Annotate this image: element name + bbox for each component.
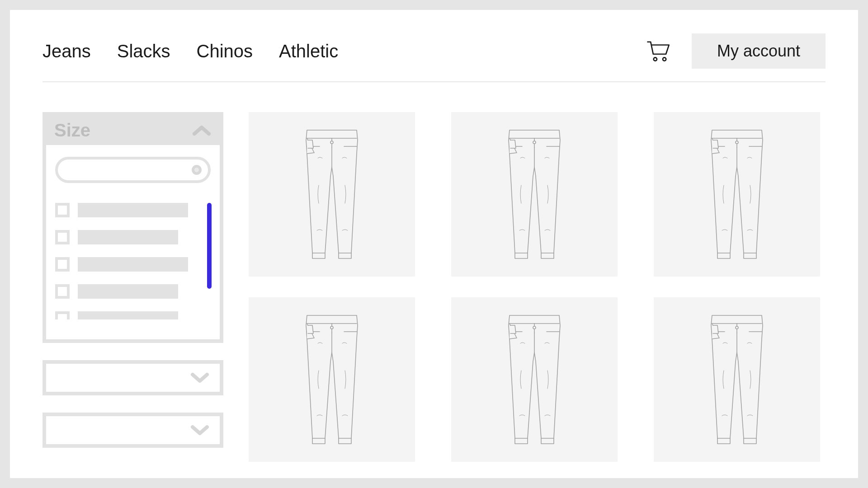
svg-point-1 (663, 57, 666, 61)
size-option-1[interactable] (55, 203, 211, 217)
collapsed-filter-2[interactable] (42, 413, 223, 448)
svg-point-2 (330, 141, 333, 144)
site-header: Jeans Slacks Chinos Athletic My account (42, 10, 826, 82)
product-card[interactable] (654, 297, 820, 462)
my-account-button[interactable]: My account (692, 33, 826, 69)
nav-chinos[interactable]: Chinos (197, 41, 253, 61)
svg-point-0 (654, 57, 657, 61)
nav-slacks[interactable]: Slacks (117, 41, 170, 61)
svg-point-3 (533, 141, 536, 144)
option-label-placeholder (78, 230, 178, 244)
size-option-4[interactable] (55, 284, 211, 299)
option-label-placeholder (78, 284, 178, 299)
chevron-down-icon (190, 423, 210, 437)
main-content: Size (42, 82, 826, 465)
svg-point-4 (736, 141, 738, 144)
scrollbar-thumb[interactable] (207, 203, 212, 289)
nav-athletic[interactable]: Athletic (279, 41, 338, 61)
size-filter-title: Size (54, 120, 90, 141)
svg-point-7 (736, 326, 738, 329)
size-filter-body (46, 145, 220, 339)
checkbox-icon[interactable] (55, 311, 70, 319)
checkbox-icon[interactable] (55, 257, 70, 272)
collapsed-filter-1[interactable] (42, 360, 223, 395)
product-card[interactable] (249, 297, 415, 462)
size-filter-panel: Size (42, 112, 223, 343)
size-search-input[interactable] (55, 157, 211, 183)
search-icon (192, 165, 202, 175)
checkbox-icon[interactable] (55, 203, 70, 217)
page-container: Jeans Slacks Chinos Athletic My account … (10, 10, 858, 478)
option-label-placeholder (78, 311, 178, 319)
checkbox-icon[interactable] (55, 230, 70, 244)
product-card[interactable] (654, 112, 820, 277)
product-card[interactable] (451, 112, 618, 277)
size-filter-header[interactable]: Size (46, 116, 220, 145)
chevron-down-icon (190, 371, 210, 385)
product-grid (249, 112, 820, 465)
svg-point-5 (330, 326, 333, 329)
filter-sidebar: Size (42, 112, 223, 465)
size-option-3[interactable] (55, 257, 211, 272)
option-label-placeholder (78, 203, 188, 217)
size-option-2[interactable] (55, 230, 211, 244)
header-actions: My account (646, 33, 826, 69)
checkbox-icon[interactable] (55, 284, 70, 299)
nav-jeans[interactable]: Jeans (42, 41, 91, 61)
size-option-5[interactable] (55, 311, 211, 319)
chevron-up-icon (192, 124, 212, 137)
option-label-placeholder (78, 257, 188, 272)
svg-point-6 (533, 326, 536, 329)
cart-icon[interactable] (646, 39, 670, 63)
category-nav: Jeans Slacks Chinos Athletic (42, 41, 338, 61)
product-card[interactable] (249, 112, 415, 277)
product-card[interactable] (451, 297, 618, 462)
